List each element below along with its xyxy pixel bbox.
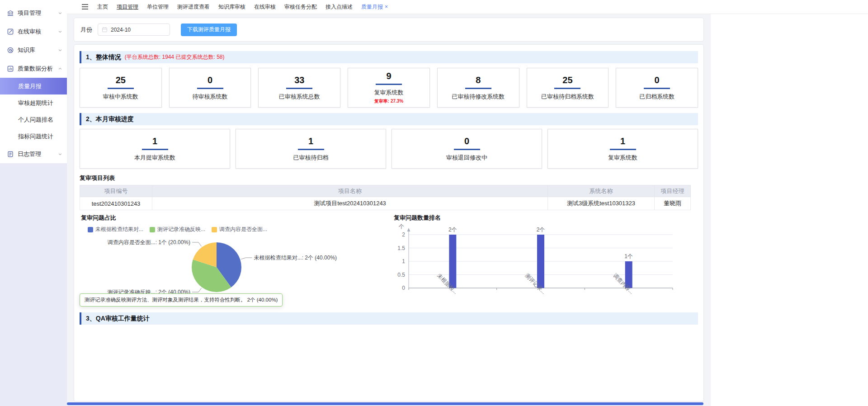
sidebar-item[interactable]: 项目管理 [0,4,67,22]
menu-collapse-icon[interactable] [81,4,89,10]
stat-value: 0 [464,136,469,146]
download-report-button[interactable]: 下载测评质量月报 [181,24,237,36]
stat-underline [376,84,402,85]
chevron-up-icon [58,66,62,71]
sidebar-subitem[interactable]: 审核超期统计 [0,94,67,111]
section-overall-note: (平台系统总数: 1944 已提交系统总数: 58) [125,53,225,61]
tab-label: 项目管理 [117,3,138,11]
table-row: test202410301243测试项目test202410301243测试3级… [80,197,691,210]
topbar-tab[interactable]: 主页 [95,3,110,11]
stat-label: 已审核待归档 [293,154,329,162]
filter-bar: 月份 2024-10 下载测评质量月报 [74,18,704,42]
section-month-progress-title: 2、本月审核进度 [86,115,134,123]
quality-analysis-icon [6,65,14,72]
sidebar-item-label: 知识库 [18,46,58,54]
topbar-tab[interactable]: 知识库审核 [216,3,248,11]
stat-card: 1已审核待归档 [236,129,386,169]
stat-card: 0已归档系统数 [616,68,698,108]
legend-swatch [212,227,217,232]
table-cell: 董晓雨 [655,197,691,210]
table-cell: 测试项目test202410301243 [152,197,548,210]
topbar-tab[interactable]: 接入点描述 [323,3,355,11]
projects-icon [6,9,14,17]
stat-underline [286,88,312,89]
stat-label: 复审系统数 [608,154,637,162]
stat-label: 已审核待归档系统数 [541,93,594,101]
table-cell: 测试3级系统test10301323 [548,197,655,210]
sidebar-item-label: 项目管理 [18,9,58,17]
bar-chart-panel: 复审问题数量排名 00.511.52个2个未根据检...2个测评记录...1个调… [392,214,698,310]
report-content: 1、整体情况 (平台系统总数: 1944 已提交系统总数: 58) 25审核中系… [74,44,704,401]
close-icon[interactable]: × [385,4,388,9]
stat-value: 1 [152,136,157,146]
stat-value: 33 [294,75,304,85]
sidebar-item[interactable]: 知识库 [0,41,67,59]
topbar-tab[interactable]: 在线审核 [252,3,278,11]
sidebar-item[interactable]: 质量数据分析 [0,59,67,78]
tab-label: 在线审核 [254,3,276,11]
bar-chart[interactable]: 00.511.52个2个未根据检...2个测评记录...1个调查内容... [392,221,699,310]
topbar-tab[interactable]: 审核任务分配 [282,3,319,11]
tab-label: 测评进度查看 [177,3,210,11]
pie-chart-panel: 复审问题占比 未根据检查结果对...测评记录准确反映...调查内容是否全面...… [80,214,392,310]
table-cell: test202410301243 [80,197,152,210]
stat-underline [298,149,324,150]
chevron-down-icon [58,29,62,34]
knowledge-base-icon [6,46,14,54]
legend-swatch [88,227,93,232]
tab-label: 知识库审核 [218,3,245,11]
stat-card: 33已审核系统总数 [258,68,340,108]
sidebar-item-label: 质量数据分析 [18,65,58,73]
pie-chart[interactable]: 未根据检查结果对...: 2个 (40.00%)测评记录准确反映...: 2个 … [80,232,392,300]
sidebar-subitem[interactable]: 指标问题统计 [0,128,67,145]
topbar-tab[interactable]: 项目管理 [114,3,141,11]
stat-value: 0 [208,75,212,85]
svg-text:2: 2 [402,231,405,238]
month-picker-value: 2024-10 [111,27,131,33]
svg-text:1.5: 1.5 [397,245,405,251]
stat-card: 25审核中系统数 [80,68,162,108]
topbar: 主页项目管理单位管理测评进度查看知识库审核在线审核审核任务分配接入点描述质量月报… [67,0,868,14]
sidebar-background [0,163,67,406]
month-picker-input[interactable]: 2024-10 [98,24,170,36]
pie-chart-title: 复审问题占比 [80,214,392,222]
tab-label: 质量月报 [361,3,383,11]
tab-label: 审核任务分配 [284,3,317,11]
stat-card: 25已审核待归档系统数 [527,68,609,108]
sidebar-item[interactable]: 日志管理 [0,145,67,163]
stat-underline [465,88,491,89]
stat-card: 1复审系统数 [547,129,698,169]
sidebar-subitem[interactable]: 个人问题排名 [0,111,67,128]
table-header-cell: 项目经理 [655,185,691,197]
chevron-down-icon [58,11,62,15]
topbar-tabs: 主页项目管理单位管理测评进度查看知识库审核在线审核审核任务分配接入点描述质量月报… [95,3,390,11]
svg-text:个: 个 [398,223,404,230]
tab-label: 接入点描述 [326,3,353,11]
svg-text:2个: 2个 [537,227,545,233]
stat-underline [610,149,636,150]
section-qa-workload-title: 3、QA审核工作量统计 [86,315,150,323]
table-header-cell: 项目编号 [80,185,152,197]
table-header-cell: 项目名称 [152,185,548,197]
month-filter-label: 月份 [80,26,92,34]
section-qa-workload: 3、QA审核工作量统计 [80,312,698,325]
stat-label: 复审系统数 [374,89,404,97]
stat-underline [554,88,580,89]
section-overall: 1、整体情况 (平台系统总数: 1944 已提交系统总数: 58) [80,51,698,63]
workspace: 月份 2024-10 下载测评质量月报 1、整体情况 (平台系统总数: 1944… [67,14,711,406]
topbar-tab[interactable]: 单位管理 [145,3,171,11]
tab-label: 主页 [97,3,108,11]
table-header-cell: 系统名称 [548,185,655,197]
topbar-tab[interactable]: 测评进度查看 [175,3,212,11]
svg-text:1: 1 [402,258,405,264]
stat-card: 0审核退回修改中 [392,129,542,169]
review-table-title: 复审项目列表 [80,174,698,182]
topbar-tab[interactable]: 质量月报× [359,3,390,11]
online-review-icon [6,28,14,35]
chevron-down-icon [58,48,62,52]
sidebar-item[interactable]: 在线审核 [0,22,67,41]
sidebar-subitem[interactable]: 质量月报 [0,78,67,94]
stat-underline [142,149,168,150]
horizontal-scrollbar[interactable] [67,402,703,405]
svg-text:调查内容是否全面...: 1个 (20.00%): 调查内容是否全面...: 1个 (20.00%) [107,239,190,245]
